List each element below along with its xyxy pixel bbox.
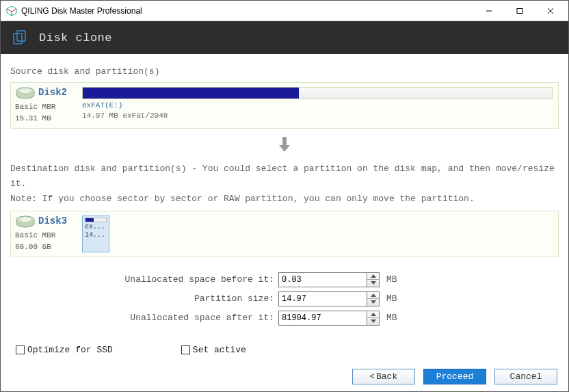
field-space-before: Unallocated space before it: MB: [10, 272, 559, 287]
destination-partition-cell[interactable]: ex... 14...: [82, 215, 109, 252]
field-space-after: Unallocated space after it: MB: [10, 311, 559, 326]
destination-label-line1: Destination disk and partition(s) - You …: [10, 161, 559, 192]
options-row: Optimize for SSD Set active: [10, 345, 559, 355]
spinner-up-icon[interactable]: [367, 292, 379, 299]
svg-marker-17: [371, 300, 376, 304]
window-controls: [473, 1, 566, 21]
label-space-after: Unallocated space after it:: [10, 313, 278, 323]
svg-marker-19: [371, 319, 376, 323]
cancel-button[interactable]: Cancel: [494, 369, 557, 384]
clone-icon: [12, 29, 28, 46]
svg-marker-15: [371, 281, 376, 285]
input-space-before[interactable]: [278, 272, 367, 287]
spinner-up-icon[interactable]: [367, 273, 379, 280]
spinner-space-after[interactable]: [367, 311, 380, 326]
destination-label-line2: Note: If you choose sector by sector or …: [10, 192, 559, 207]
checkbox-label-active: Set active: [193, 345, 246, 355]
window-title: QILING Disk Master Professional: [21, 6, 473, 16]
svg-point-13: [20, 218, 31, 222]
source-partition-fill: [83, 88, 299, 99]
field-partition-size: Partition size: MB: [10, 291, 559, 306]
proceed-button[interactable]: Proceed: [423, 369, 486, 384]
source-disk-info: Disk2 Basic MBR 15.31 MB: [15, 87, 75, 124]
unit-space-after: MB: [386, 313, 397, 323]
source-disk-type: Basic MBR: [15, 102, 55, 112]
unit-space-before: MB: [386, 274, 397, 285]
svg-marker-16: [371, 293, 376, 297]
destination-mini-label2: 14...: [85, 231, 107, 239]
label-space-before: Unallocated space before it:: [10, 274, 278, 285]
spinner-space-before[interactable]: [367, 272, 380, 287]
checkbox-box: [16, 345, 25, 354]
cancel-button-label: Cancel: [510, 371, 542, 382]
window-frame: QILING Disk Master Professional Disk clo…: [0, 0, 569, 392]
source-partition-label: exFAT(E:): [82, 101, 553, 111]
destination-disk-info: Disk3 Basic MBR 80.00 GB: [15, 215, 75, 252]
size-fields: Unallocated space before it: MB Partitio…: [10, 272, 559, 326]
destination-disk-size: 80.00 GB: [15, 242, 51, 252]
chevron-left-icon: <: [370, 372, 375, 382]
hdd-icon: [15, 87, 36, 101]
svg-rect-6: [14, 34, 22, 44]
maximize-button[interactable]: [504, 1, 535, 21]
destination-mini-fill: [85, 218, 94, 222]
content-area: Source disk and partition(s) Disk2 Basic…: [1, 54, 568, 361]
page-title: Disk clone: [39, 31, 112, 44]
destination-mini-bar: [85, 218, 107, 222]
svg-marker-11: [279, 145, 290, 152]
source-disk-name: Disk2: [38, 87, 67, 98]
svg-marker-14: [371, 274, 376, 278]
svg-rect-7: [17, 31, 25, 41]
source-disk-box[interactable]: Disk2 Basic MBR 15.31 MB exFAT(E:) 14.97…: [10, 82, 559, 129]
source-partition-labels: exFAT(E:) 14.97 MB exFat/2048: [82, 101, 553, 121]
checkbox-optimize-ssd[interactable]: Optimize for SSD: [16, 345, 113, 355]
close-button[interactable]: [535, 1, 566, 21]
destination-mini-label1: ex...: [85, 223, 107, 231]
destination-partition-map[interactable]: ex... 14...: [82, 215, 109, 252]
source-section-label: Source disk and partition(s): [10, 66, 559, 77]
arrow-down-icon: [278, 135, 291, 156]
spinner-up-icon[interactable]: [367, 311, 379, 318]
spinner-partition-size[interactable]: [367, 291, 380, 306]
app-icon: [6, 5, 17, 16]
source-partition-desc: 14.97 MB exFat/2048: [82, 111, 553, 121]
checkbox-label-ssd: Optimize for SSD: [27, 345, 113, 355]
spinner-down-icon[interactable]: [367, 298, 379, 306]
spinner-down-icon[interactable]: [367, 317, 379, 325]
page-header: Disk clone: [1, 21, 568, 54]
label-partition-size: Partition size:: [10, 293, 278, 304]
svg-rect-10: [282, 137, 287, 145]
destination-section-label: Destination disk and partition(s) - You …: [10, 161, 559, 207]
checkbox-box: [181, 345, 190, 354]
destination-disk-type: Basic MBR: [15, 231, 55, 241]
source-partition-map[interactable]: exFAT(E:) 14.97 MB exFat/2048: [82, 87, 553, 124]
minimize-button[interactable]: [473, 1, 504, 21]
input-partition-size[interactable]: [278, 291, 367, 306]
proceed-button-label: Proceed: [436, 371, 474, 382]
hdd-icon: [15, 215, 36, 229]
svg-point-9: [20, 89, 31, 93]
back-button[interactable]: <Back: [352, 369, 415, 384]
checkbox-set-active[interactable]: Set active: [181, 345, 246, 355]
unit-partition-size: MB: [386, 293, 397, 304]
svg-marker-18: [371, 313, 376, 316]
input-space-after[interactable]: [278, 311, 367, 326]
footer-buttons: <Back Proceed Cancel: [1, 361, 568, 391]
back-button-label: Back: [376, 371, 397, 382]
destination-disk-box[interactable]: Disk3 Basic MBR 80.00 GB ex... 14...: [10, 211, 559, 257]
destination-disk-name: Disk3: [38, 215, 67, 226]
source-partition-bar[interactable]: [82, 87, 553, 99]
titlebar: QILING Disk Master Professional: [1, 1, 568, 21]
svg-rect-3: [517, 8, 522, 13]
source-disk-size: 15.31 MB: [15, 114, 51, 124]
spinner-down-icon[interactable]: [367, 279, 379, 287]
